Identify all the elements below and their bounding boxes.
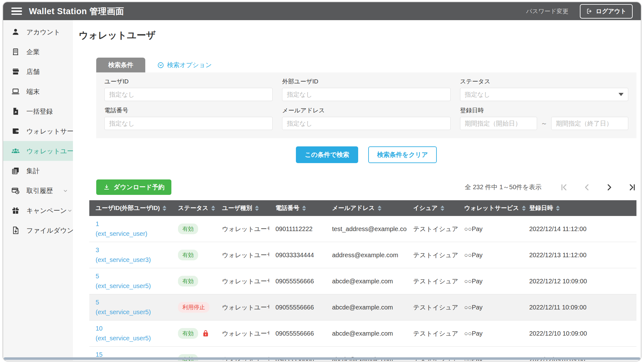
phone-input[interactable] [104, 117, 273, 130]
search-panel: ユーザID 外部ユーザID ステータス 指定なし [96, 72, 636, 138]
sidebar-item-account[interactable]: アカウント [3, 22, 73, 42]
search-button[interactable]: この条件で検索 [296, 146, 358, 163]
email-cell: test_address@example.com [326, 216, 407, 242]
sidebar-item-aggregate[interactable]: 集計 [3, 161, 73, 181]
column-header-phone[interactable]: 電話番号 [269, 200, 326, 216]
external-user-id-input[interactable] [282, 88, 450, 101]
sidebar-item-campaign[interactable]: キャンペーン [3, 201, 73, 220]
password-change-link[interactable]: パスワード変更 [526, 7, 569, 15]
external-user-id-link[interactable]: (ext_service_user5) [96, 281, 170, 291]
field-registered-date: 登録日時 ～ [460, 106, 628, 130]
pagination-summary: 全 232 件中 1～50件を表示 [465, 183, 541, 191]
phone-label: 電話番号 [104, 106, 273, 115]
pagination-prev-button[interactable] [582, 183, 591, 192]
search-tabs-row: 検索条件 検索オプション [96, 58, 636, 72]
transaction-history-icon [11, 186, 20, 195]
sort-icon [163, 206, 166, 211]
search-options-link[interactable]: 検索オプション [157, 61, 212, 69]
column-header-registered-at[interactable]: 登録日時 [523, 200, 636, 216]
user-type-cell: ウォレットユーザ [216, 320, 269, 347]
user-id-link[interactable]: 5 [96, 271, 170, 281]
sidebar-item-transaction-history[interactable]: 取引履歴 [3, 181, 73, 201]
store-icon [11, 67, 20, 76]
tab-search-conditions[interactable]: 検索条件 [96, 58, 145, 72]
date-start-input[interactable] [460, 117, 537, 130]
email-cell: address@example.com [326, 242, 407, 268]
user-id-link[interactable]: 5 [96, 298, 170, 307]
status-badge: 有効 [178, 328, 198, 339]
table-toolbar: ダウンロード予約 全 232 件中 1～50件を表示 [96, 179, 636, 195]
horizontal-scrollbar[interactable] [4, 357, 640, 360]
sidebar-item-bulk-register[interactable]: 一括登録 [3, 101, 73, 121]
user-id-link[interactable]: 10 [96, 324, 170, 333]
pagination-last-button[interactable] [628, 183, 636, 192]
sidebar: アカウント 企業 店舗 端末 一括登録 ウォレットサービス ウォレットユーザ 集… [3, 20, 73, 361]
column-header-user-id[interactable]: ユーザID(外部ユーザID) [89, 200, 172, 216]
wallet-service-cell: ○○Pay [458, 216, 523, 242]
external-user-id-link[interactable]: (ext_service_user) [96, 229, 170, 239]
user-id-cell: 10 (ext_service_user5) [89, 320, 172, 347]
topbar-right: パスワード変更 ログアウト [526, 4, 633, 19]
pagination: 全 232 件中 1～50件を表示 [465, 183, 636, 192]
sidebar-item-wallet-user[interactable]: ウォレットユーザ [3, 141, 73, 161]
sidebar-item-store[interactable]: 店舗 [3, 62, 73, 82]
registered-at-cell: 2022/12/14 11:12:00 [523, 216, 636, 242]
registered-at-cell: 2022/12/13 11:12:00 [523, 242, 636, 268]
status-cell: 有効 [172, 320, 216, 347]
user-id-link[interactable]: 1 [96, 219, 170, 229]
column-header-issuer[interactable]: イシュア [407, 200, 458, 216]
pagination-next-button[interactable] [605, 183, 614, 192]
external-user-id-link[interactable]: (ext_service_user5) [96, 307, 170, 317]
campaign-icon [11, 206, 20, 215]
menu-icon[interactable] [11, 8, 22, 15]
field-email: メールアドレス [282, 106, 450, 130]
email-cell: abcde@example.com [326, 294, 407, 320]
sort-icon [255, 206, 259, 211]
user-id-label: ユーザID [104, 77, 273, 86]
sort-icon [556, 206, 560, 211]
chevron-down-icon [67, 207, 73, 214]
user-id-link[interactable]: 3 [96, 245, 170, 255]
pagination-first-button[interactable] [560, 183, 569, 192]
email-input[interactable] [282, 117, 450, 130]
issuer-cell: テストイシュア1 [407, 216, 458, 242]
wallet-service-icon [11, 127, 20, 135]
sidebar-item-terminal[interactable]: 端末 [3, 82, 73, 101]
column-header-email[interactable]: メールアドレス [326, 200, 407, 216]
logout-button[interactable]: ログアウト [580, 4, 633, 19]
email-cell: abcde@example.com [326, 268, 407, 294]
field-user-id: ユーザID [104, 77, 273, 101]
user-type-cell: ウォレットユーザ [216, 294, 269, 320]
date-end-input[interactable] [551, 117, 628, 130]
sidebar-item-company[interactable]: 企業 [3, 42, 73, 62]
status-badge: 有効 [178, 250, 198, 260]
clear-button[interactable]: 検索条件をクリア [368, 146, 437, 163]
phone-cell: 09011112222 [269, 216, 326, 242]
status-badge: 有効 [178, 224, 198, 234]
external-user-id-link[interactable]: (ext_service_user5) [96, 333, 170, 343]
registered-at-cell: 2022/12/11 10:09:00 [523, 294, 636, 320]
download-reserve-button[interactable]: ダウンロード予約 [96, 179, 171, 195]
field-status: ステータス 指定なし [460, 77, 628, 101]
status-cell: 有効 [172, 216, 216, 242]
status-select[interactable]: 指定なし [460, 88, 628, 101]
status-cell: 有効 [172, 268, 216, 294]
sidebar-item-file-download[interactable]: ファイルダウンロード [3, 220, 73, 240]
external-user-id-link[interactable]: (ext_service_user3) [96, 255, 170, 265]
sidebar-item-wallet-service[interactable]: ウォレットサービス [3, 121, 73, 141]
last-page-icon [628, 183, 636, 192]
users-table: ユーザID(外部ユーザID) ステータス ユーザ種別 電話番号 メールアドレス … [89, 200, 636, 361]
sort-icon [378, 206, 381, 211]
next-page-icon [605, 183, 614, 192]
table-row: 3 (ext_service_user3) 有効 ウォレットユーザ 090333… [89, 242, 636, 268]
user-id-input[interactable] [104, 88, 273, 101]
field-external-user-id: 外部ユーザID [282, 77, 450, 101]
column-header-user-type[interactable]: ユーザ種別 [216, 200, 269, 216]
download-reserve-label: ダウンロード予約 [114, 183, 164, 191]
user-id-cell: 3 (ext_service_user3) [89, 242, 172, 268]
status-cell: 利用停止 [172, 294, 216, 320]
registered-date-label: 登録日時 [460, 106, 628, 115]
column-header-wallet-service[interactable]: ウォレットサービス [458, 200, 523, 216]
column-header-status[interactable]: ステータス [172, 200, 216, 216]
content-section: 検索条件 検索オプション ユーザID 外部ユーザID [96, 58, 636, 361]
